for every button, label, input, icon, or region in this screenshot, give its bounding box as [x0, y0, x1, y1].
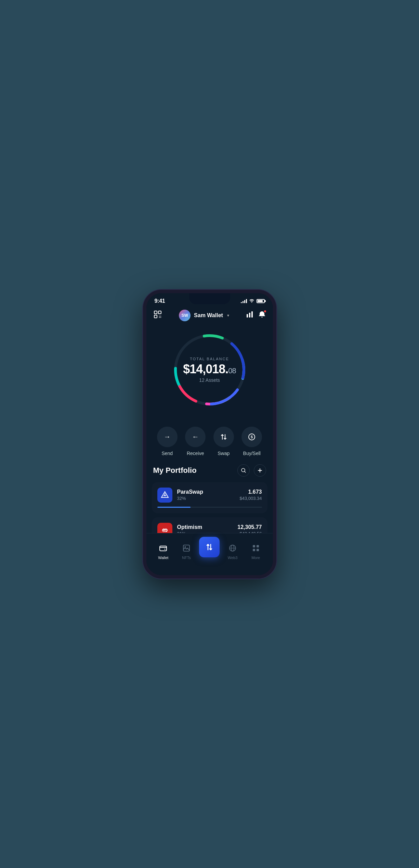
portfolio-search-button[interactable] [237, 464, 250, 477]
phone-frame: 9:41 [143, 290, 276, 579]
asset-row-paraswap: ParaSwap 32% 1.673 $43,003.34 [157, 488, 262, 503]
paraswap-values: 1.673 $43,003.34 [239, 489, 262, 501]
portfolio-add-button[interactable] [254, 464, 266, 477]
phone-screen: 9:41 [146, 293, 273, 575]
paraswap-usd: $43,003.34 [239, 496, 262, 501]
buysell-action[interactable]: $ Buy/Sell [240, 427, 264, 456]
wallet-name: Sam Wallet [194, 312, 223, 319]
svg-rect-7 [247, 314, 248, 318]
svg-rect-2 [154, 315, 157, 318]
signal-bar-1 [241, 302, 242, 303]
portfolio-title: My Portfolio [153, 466, 197, 475]
paraswap-name: ParaSwap [177, 489, 235, 495]
nav-nfts[interactable]: NFTs [176, 544, 197, 560]
avatar: SW [179, 310, 191, 321]
optimism-amount: 12,305.77 [237, 524, 262, 530]
battery-fill [258, 300, 263, 302]
wallet-selector[interactable]: SW Sam Wallet ▾ [179, 310, 229, 321]
svg-rect-3 [159, 316, 160, 316]
send-label: Send [161, 451, 173, 456]
more-icon [252, 544, 260, 554]
receive-icon: ← [185, 427, 206, 447]
balance-label: TOTAL BALANCE [183, 357, 236, 361]
signal-bar-2 [243, 301, 244, 303]
nav-center-swap-button[interactable] [199, 537, 220, 557]
status-time: 9:41 [155, 298, 165, 304]
balance-cents: 08 [228, 366, 236, 375]
svg-rect-9 [251, 311, 253, 318]
status-icons [241, 298, 265, 303]
scan-button[interactable] [153, 310, 162, 321]
svg-rect-0 [154, 311, 157, 314]
paraswap-info: ParaSwap 32% [177, 489, 235, 501]
buysell-label: Buy/Sell [243, 451, 261, 456]
balance-display: TOTAL BALANCE $14,018.08 12 Assets [183, 357, 236, 383]
signal-bar-3 [244, 300, 245, 303]
balance-whole: $14,018. [183, 362, 228, 376]
portfolio-header: My Portfolio [152, 464, 267, 477]
svg-rect-8 [249, 313, 250, 318]
wallet-nav-label: Wallet [158, 556, 168, 560]
actions-row: → Send ← Receive Swap $ [146, 421, 273, 464]
svg-rect-1 [158, 311, 161, 314]
svg-rect-4 [160, 316, 161, 316]
paraswap-progress [157, 507, 262, 508]
notification-dot [263, 310, 267, 313]
nav-wallet[interactable]: Wallet [153, 544, 173, 560]
chevron-down-icon: ▾ [227, 313, 229, 318]
svg-rect-5 [159, 317, 160, 318]
app-header: SW Sam Wallet ▾ [146, 307, 273, 325]
paraswap-amount: 1.673 [239, 489, 262, 495]
wifi-icon [249, 298, 254, 303]
swap-icon [213, 427, 234, 447]
svg-point-29 [165, 548, 166, 549]
optimism-name: Optimism [177, 524, 233, 530]
balance-section: TOTAL BALANCE $14,018.08 12 Assets [146, 325, 273, 421]
send-icon: → [157, 427, 178, 447]
paraswap-progress-fill [157, 507, 191, 508]
nfts-icon [182, 544, 191, 554]
svg-rect-36 [253, 549, 255, 551]
signal-bars-icon [241, 299, 247, 303]
balance-ring: TOTAL BALANCE $14,018.08 12 Assets [169, 329, 251, 411]
notification-bell-icon[interactable] [258, 311, 266, 320]
nav-web3[interactable]: Web3 [222, 544, 243, 560]
receive-action[interactable]: ← Receive [183, 427, 207, 456]
balance-assets: 12 Assets [183, 377, 236, 383]
header-right [246, 311, 266, 320]
balance-amount: $14,018.08 [183, 363, 236, 375]
nfts-nav-label: NFTs [182, 556, 191, 560]
chart-icon[interactable] [246, 311, 253, 320]
asset-card-paraswap[interactable]: ParaSwap 32% 1.673 $43,003.34 [152, 482, 267, 513]
paraswap-logo [157, 488, 172, 503]
swap-label: Swap [218, 451, 230, 456]
svg-rect-35 [257, 545, 259, 547]
nav-more[interactable]: More [246, 544, 266, 560]
svg-text:OP: OP [162, 529, 167, 532]
battery-icon [257, 299, 265, 303]
send-action[interactable]: → Send [155, 427, 179, 456]
bottom-nav: Wallet NFTs [146, 533, 273, 575]
portfolio-actions [237, 464, 266, 477]
svg-text:$: $ [251, 435, 253, 439]
wallet-icon [159, 544, 167, 554]
paraswap-pct: 32% [177, 496, 235, 501]
notch [189, 293, 230, 304]
svg-rect-34 [253, 545, 255, 547]
signal-bar-4 [246, 299, 247, 303]
svg-rect-37 [257, 549, 259, 551]
receive-label: Receive [187, 451, 204, 456]
buysell-icon: $ [241, 427, 262, 447]
swap-action[interactable]: Swap [212, 427, 236, 456]
web3-nav-label: Web3 [228, 556, 238, 560]
more-nav-label: More [251, 556, 260, 560]
svg-rect-6 [160, 317, 161, 318]
svg-rect-28 [160, 546, 167, 551]
svg-point-31 [184, 546, 186, 547]
web3-icon [228, 544, 237, 554]
